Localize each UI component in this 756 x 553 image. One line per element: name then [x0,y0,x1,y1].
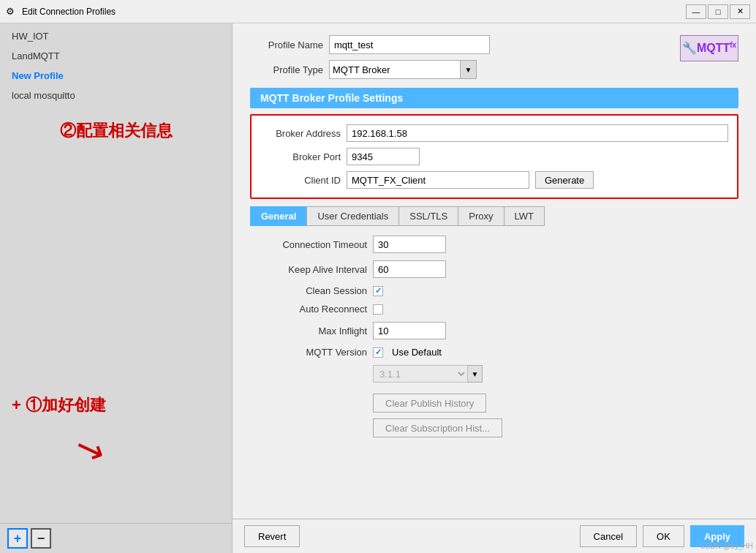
tab-general[interactable]: General [250,206,306,226]
connection-timeout-row: Connection Timeout [250,232,738,257]
max-inflight-label: Max Inflight [250,326,367,336]
profile-name-input[interactable] [329,35,490,54]
main-layout: HW_IOT LandMQTT New Profile local mosqui… [0,23,756,553]
tab-ssl-tls[interactable]: SSL/TLS [398,206,458,226]
version-select[interactable]: 3.1.1 [373,365,468,383]
broker-section: Broker Address Broker Port Client ID Gen… [250,114,738,199]
auto-reconnect-checkbox[interactable] [373,304,383,315]
close-button[interactable]: ✕ [730,4,750,19]
profile-fields: Profile Name Profile Type MQTT Broker MQ… [250,35,665,79]
sidebar: HW_IOT LandMQTT New Profile local mosqui… [0,23,233,553]
broker-port-input[interactable] [347,148,420,165]
bottom-bar: Revert Cancel OK Apply [233,519,756,553]
generate-button[interactable]: Generate [535,171,594,189]
sidebar-item-hw-iot[interactable]: HW_IOT [0,26,232,46]
sidebar-item-land-mqtt[interactable]: LandMQTT [0,46,232,66]
version-select-wrap: 3.1.1 ▼ [373,365,483,383]
mqtt-logo: 🔧MQTTfx [680,35,738,61]
clear-publish-history-button[interactable]: Clear Publish History [373,394,486,413]
content-header: Profile Name Profile Type MQTT Broker MQ… [233,23,756,85]
title-bar-buttons: — □ ✕ [686,4,750,19]
keep-alive-row: Keep Alive Interval [250,257,738,282]
client-id-label: Client ID [260,175,341,186]
sidebar-footer: + − [0,523,232,553]
content-area: Profile Name Profile Type MQTT Broker MQ… [233,23,756,553]
clear-buttons-group: Clear Publish History Clear Subscription… [373,391,738,437]
clean-session-checkbox[interactable]: ✓ [373,286,383,296]
clear-subscription-history-button[interactable]: Clear Subscription Hist... [373,418,502,437]
watermark: CSDN @try_HH [700,542,753,550]
maximize-button[interactable]: □ [708,4,728,19]
clean-session-label: Clean Session [250,285,367,296]
tab-user-credentials[interactable]: User Credentials [306,206,398,226]
sidebar-item-new-profile[interactable]: New Profile [0,66,232,86]
mqtt-version-row: MQTT Version ✓ Use Default [250,343,738,361]
add-profile-button[interactable]: + [7,528,28,549]
profile-type-select-wrap: MQTT Broker MQTT WebSocket ▼ [329,60,477,79]
annotation-configure: ②配置相关信息 [0,120,232,143]
auto-reconnect-row: Auto Reconnect [250,300,738,318]
app-icon: ⚙ [6,6,18,18]
general-tab-content: Connection Timeout Keep Alive Interval C… [250,232,738,519]
tabs-bar: General User Credentials SSL/TLS Proxy L… [250,206,738,226]
client-id-row: Client ID Generate [252,168,737,192]
max-inflight-row: Max Inflight [250,318,738,343]
profile-type-label: Profile Type [250,64,323,75]
broker-address-label: Broker Address [260,128,341,139]
connection-timeout-label: Connection Timeout [250,239,367,250]
minimize-button[interactable]: — [686,4,706,19]
title-bar-text: Edit Connection Profiles [22,7,686,17]
profile-name-label: Profile Name [250,40,323,50]
clear-buttons-area: Clear Publish History Clear Subscription… [250,391,738,437]
tab-proxy[interactable]: Proxy [458,206,503,226]
remove-profile-button[interactable]: − [31,528,51,549]
max-inflight-input[interactable] [373,322,446,339]
revert-button[interactable]: Revert [244,525,300,547]
ok-button[interactable]: OK [643,525,684,547]
mqtt-version-checkbox[interactable]: ✓ [373,347,383,358]
cancel-button[interactable]: Cancel [580,525,637,547]
sidebar-list: HW_IOT LandMQTT New Profile local mosqui… [0,23,232,523]
broker-address-input[interactable] [347,124,728,142]
broker-port-row: Broker Port [252,145,737,168]
auto-reconnect-label: Auto Reconnect [250,304,367,315]
version-select-arrow: ▼ [468,365,483,383]
profile-type-select[interactable]: MQTT Broker MQTT WebSocket [329,60,461,79]
version-select-row: 3.1.1 ▼ [250,361,738,386]
connection-timeout-input[interactable] [373,236,446,253]
mqtt-version-label: MQTT Version [250,347,367,358]
sidebar-item-local-mosquitto[interactable]: local mosquitto [0,86,232,105]
use-default-label: Use Default [392,347,442,358]
client-id-input[interactable] [347,171,529,189]
title-bar: ⚙ Edit Connection Profiles — □ ✕ [0,0,756,23]
profile-name-row: Profile Name [250,35,665,54]
clean-session-row: Clean Session ✓ [250,282,738,300]
tab-lwt[interactable]: LWT [504,206,545,226]
profile-type-row: Profile Type MQTT Broker MQTT WebSocket … [250,60,665,79]
keep-alive-label: Keep Alive Interval [250,264,367,275]
broker-address-row: Broker Address [252,121,737,145]
section-title: MQTT Broker Profile Settings [250,88,738,108]
keep-alive-input[interactable] [373,260,446,278]
profile-type-select-arrow[interactable]: ▼ [461,60,477,79]
broker-port-label: Broker Port [260,151,341,162]
